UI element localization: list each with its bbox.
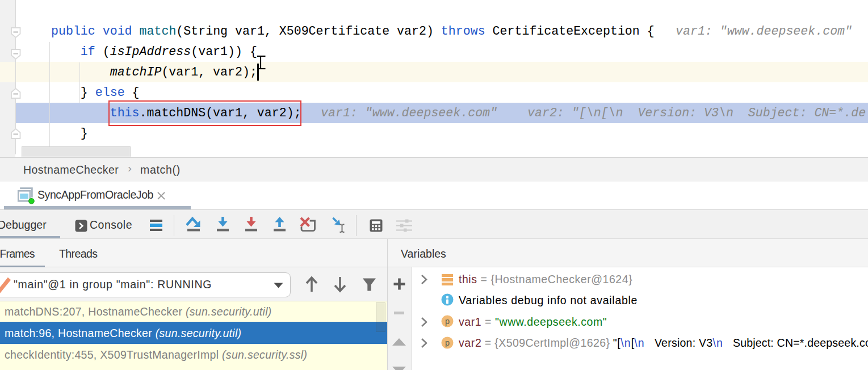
svg-text:p: p (445, 338, 450, 347)
svg-text:p: p (445, 317, 450, 326)
